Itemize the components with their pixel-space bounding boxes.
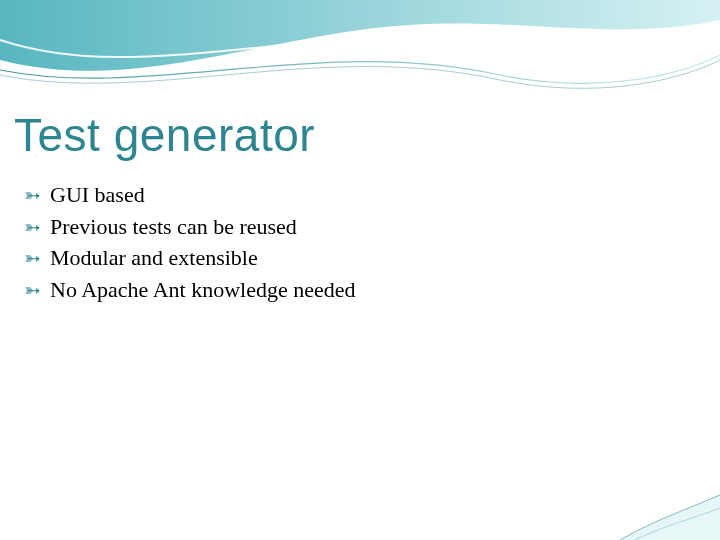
slide: Test generator ➳ GUI based ➳ Previous te… — [0, 0, 720, 540]
list-item: ➳ GUI based — [24, 180, 680, 210]
list-item-text: Modular and extensible — [50, 243, 258, 273]
header-waves — [0, 0, 720, 100]
bullet-icon: ➳ — [24, 277, 46, 304]
list-item-text: Previous tests can be reused — [50, 212, 297, 242]
list-item-text: GUI based — [50, 180, 145, 210]
corner-decoration — [600, 440, 720, 540]
list-item: ➳ Modular and extensible — [24, 243, 680, 273]
body-list: ➳ GUI based ➳ Previous tests can be reus… — [24, 180, 680, 307]
bullet-icon: ➳ — [24, 182, 46, 209]
slide-title: Test generator — [14, 108, 315, 162]
bullet-icon: ➳ — [24, 214, 46, 241]
bullet-icon: ➳ — [24, 245, 46, 272]
list-item: ➳ Previous tests can be reused — [24, 212, 680, 242]
list-item-text: No Apache Ant knowledge needed — [50, 275, 355, 305]
list-item: ➳ No Apache Ant knowledge needed — [24, 275, 680, 305]
